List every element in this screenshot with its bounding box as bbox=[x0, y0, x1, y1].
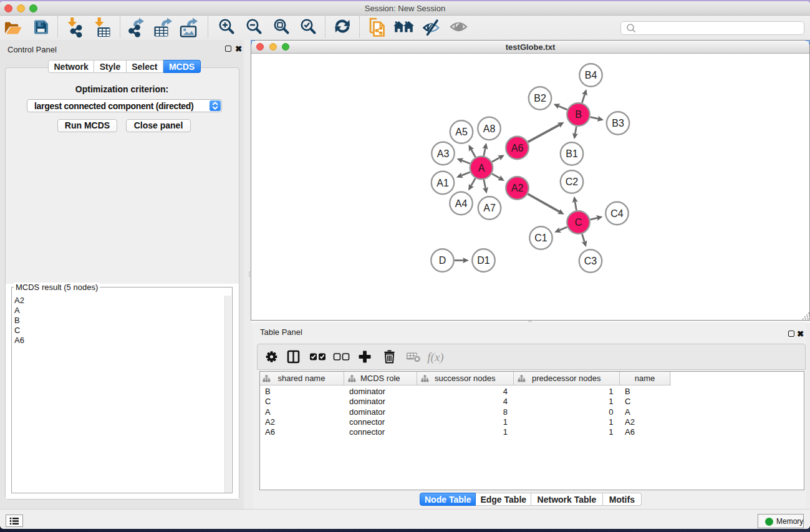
svg-text:f(x): f(x) bbox=[427, 351, 443, 364]
